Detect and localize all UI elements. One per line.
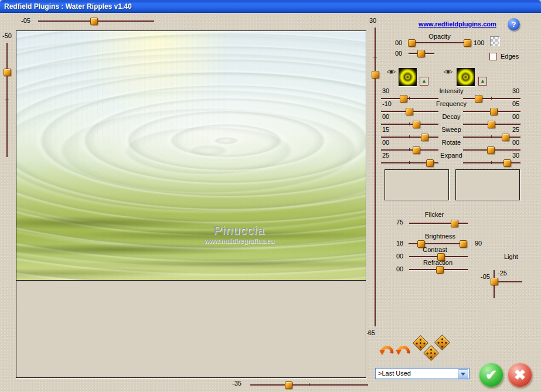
param-right-value: 30 [512,152,519,159]
pan-bottom-value: -35 [232,380,241,387]
preview-grass [16,202,366,281]
preview-image[interactable]: Pinuccia www.maidiregrafica.eu [16,30,366,281]
brightness-left-value: 18 [396,240,403,247]
opacity2-slider-handle[interactable] [417,50,425,57]
randomize-dice-icon[interactable] [424,346,439,361]
slider-tick [491,97,492,100]
param-left-value: 00 [382,139,389,146]
slider-tick [409,148,410,151]
slider-tick [409,161,410,164]
param-left-slider-track[interactable] [381,124,438,125]
preset-dropdown[interactable]: >Last Used [375,368,469,379]
chevron-down-icon [461,373,465,376]
watermark-title: Pinuccia [192,223,286,237]
slider-tick [5,100,9,100]
contrast-value: 00 [396,253,403,260]
refraction-value: 00 [396,265,403,272]
texture-thumbnail[interactable] [399,68,417,86]
param-left-slider-handle[interactable] [426,159,434,167]
param-right-slider-track[interactable] [463,98,520,99]
slider-tick [309,383,309,386]
param-left-value: 15 [382,126,389,133]
param-label: Intensity [410,87,492,94]
opacity2-value: 00 [395,50,402,57]
title-bar[interactable]: Redfield Plugins : Water Ripples v1.40 [0,0,541,13]
ok-check-icon: ✔ [485,367,497,383]
edges-label: Edges [501,53,519,60]
pan-right-bottom-value: -65 [366,329,375,336]
gradient-box-right[interactable] [455,169,520,200]
light-horizontal-track[interactable] [498,281,522,282]
triangle-icon: ▲ [480,78,485,84]
pan-right-slider-handle[interactable] [372,71,379,79]
param-left-slider-track[interactable] [381,149,438,151]
light-v-value: -25 [498,270,507,277]
refraction-label: Refraction [409,259,467,266]
light-handle[interactable] [491,278,498,285]
param-right-value: 00 [512,113,519,120]
param-label: Expand [410,152,492,159]
edges-checkbox[interactable] [489,53,497,60]
redo-arrow-icon[interactable] [396,342,411,358]
light-h-value: -05 [475,273,490,280]
opacity-slider-track[interactable] [410,42,468,43]
triangle-icon: ▲ [421,78,427,84]
refraction-slider-handle[interactable] [436,266,444,274]
slider-tick [409,97,410,100]
slider-tick [491,135,492,138]
texture-select-button[interactable]: ▲ [478,77,487,86]
slider-tick [409,122,410,125]
plugin-window: Redfield Plugins : Water Ripples v1.40 -… [0,0,541,392]
flicker-label: Flicker [405,211,464,218]
pan-left-slider-handle[interactable] [4,69,11,76]
param-right-value: 30 [512,87,519,94]
opacity-right-handle[interactable] [464,39,471,47]
preset-dropdown-value: >Last Used [378,370,411,377]
opacity-min-value: 00 [395,39,402,46]
pan-top-value: -05 [21,17,30,24]
contrast-label: Contrast [406,246,464,253]
param-left-value: -10 [382,100,392,107]
param-right-slider-handle[interactable] [502,134,509,141]
redfieldplugins-link[interactable]: www.redfieldplugins.com [418,21,496,28]
pan-bottom-slider-handle[interactable] [285,381,292,389]
eye-icon[interactable] [386,67,396,77]
flicker-slider-track[interactable] [409,223,468,224]
brightness-label: Brightness [411,233,469,240]
param-right-slider-track[interactable] [463,137,520,138]
undo-arrow-icon[interactable] [379,342,394,358]
gradient-box-left[interactable] [385,169,449,200]
texture-select-button[interactable]: ▲ [420,77,428,86]
param-left-slider-handle[interactable] [400,95,407,103]
window-title: Redfield Plugins : Water Ripples v1.40 [4,2,132,11]
param-right-slider-track[interactable] [463,162,520,163]
slider-tick [373,57,377,57]
flicker-slider-handle[interactable] [451,220,458,227]
param-left-value: 00 [382,113,389,120]
pan-top-slider-handle[interactable] [90,18,98,25]
eye-icon[interactable] [443,67,453,77]
param-left-slider-track[interactable] [381,137,438,138]
dropdown-arrow-button[interactable] [458,369,468,379]
param-label: Frequency [410,100,492,107]
light-label: Light [495,253,527,260]
opacity-left-handle[interactable] [408,39,416,47]
param-left-value: 30 [382,87,389,94]
param-right-value: 25 [512,126,519,133]
slider-tick [491,161,492,164]
watermark-url: www.maidiregrafica.eu [192,237,286,244]
help-icon[interactable]: ? [508,18,520,30]
transparency-checker-icon[interactable] [490,36,500,46]
opacity-label: Opacity [410,33,469,40]
param-left-slider-track[interactable] [381,98,438,99]
ok-button[interactable]: ✔ [479,363,503,387]
param-label: Sweep [410,126,492,133]
brightness-right-value: 90 [475,240,482,247]
param-right-value: 05 [512,100,519,107]
param-right-slider-handle[interactable] [503,159,511,167]
texture-thumbnail[interactable] [457,68,475,86]
slider-tick [409,135,410,138]
param-left-value: 25 [382,152,389,159]
cancel-x-icon: ✖ [514,367,526,383]
cancel-button[interactable]: ✖ [508,363,532,387]
